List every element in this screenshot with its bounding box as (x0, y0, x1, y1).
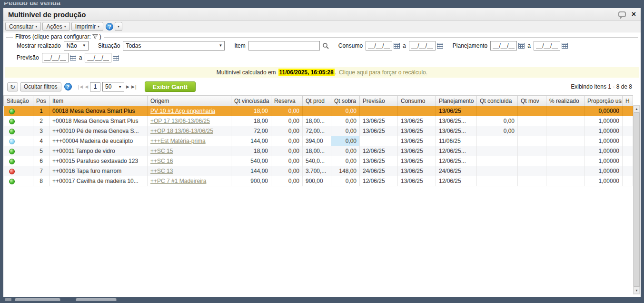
cell-status[interactable] (4, 126, 33, 136)
calendar-icon[interactable] (518, 42, 525, 49)
cell-qt_vinc[interactable]: 144,00 (231, 136, 271, 146)
cell-h[interactable] (623, 126, 633, 136)
table-row[interactable]: 4+++00004 Madeira de eucalipto+++Est Mat… (4, 136, 633, 146)
cell-qt_sobra[interactable]: 0,00 (331, 116, 360, 126)
cell-previsao[interactable]: 13/06/25 (360, 126, 398, 136)
cell-realizado[interactable] (546, 116, 585, 126)
cell-proporcao[interactable]: 1,00000 (585, 136, 623, 146)
table-row[interactable]: 8++00017 Cavilha de madeira 10...++PC 7 … (4, 176, 633, 186)
cell-qt_vinc[interactable]: 144,00 (231, 166, 271, 176)
col-header-qt_vinc[interactable]: Qt vinc/usada (231, 96, 271, 106)
cell-qt_prod[interactable]: 900,00 (303, 176, 331, 186)
col-header-origem[interactable]: Origem (148, 96, 231, 106)
cell-qt_mov[interactable] (518, 106, 546, 116)
cell-pos[interactable]: 3 (33, 126, 50, 136)
cell-item[interactable]: ++00010 Pé de mesa Genova S... (50, 126, 148, 136)
cell-qt_prod[interactable]: 394,00 (303, 136, 331, 146)
cell-qt_mov[interactable] (518, 126, 546, 136)
cell-qt_mov[interactable] (518, 166, 546, 176)
cell-qt_concluida[interactable] (477, 146, 518, 156)
cell-qt_concluida[interactable] (477, 166, 518, 176)
cell-planejamento[interactable]: 12/06/25... (436, 146, 477, 156)
cell-consumo[interactable]: 13/06/25 (398, 126, 436, 136)
ocultar-filtros-button[interactable]: Ocultar filtros (20, 82, 61, 91)
cell-qt_sobra[interactable]: 0,00 (331, 106, 360, 116)
table-row[interactable]: 7++00016 Tapa furo marrom++SC 13144,000,… (4, 166, 633, 176)
scroll-down-icon[interactable]: ▼ (634, 287, 640, 294)
filters-legend[interactable]: Filtros (clique para configurar: ) (13, 33, 104, 40)
scrollbar-thumb[interactable] (634, 112, 640, 287)
cell-planejamento[interactable]: 12/06/25... (436, 156, 477, 166)
origem-link[interactable]: +OP 17 13/06-13/06/25 (150, 118, 210, 124)
cell-qt_sobra[interactable]: 0,00 (331, 176, 360, 186)
cell-qt_sobra[interactable]: 0,00 (331, 156, 360, 166)
cell-consumo[interactable]: 13/06/25 (398, 136, 436, 146)
cell-qt_concluida[interactable] (477, 176, 518, 186)
cell-previsao[interactable]: 12/06/25 (360, 146, 398, 156)
cell-qt_sobra[interactable]: 0,00 (331, 136, 360, 146)
cell-previsao[interactable] (360, 136, 398, 146)
cell-h[interactable] (623, 106, 633, 116)
cell-pos[interactable]: 7 (33, 166, 50, 176)
cell-qt_mov[interactable] (518, 176, 546, 186)
table-row[interactable]: 2+00018 Mesa Genova Smart Plus+OP 17 13/… (4, 116, 633, 126)
cell-planejamento[interactable]: 24/06/25 (436, 166, 477, 176)
col-header-qt_concluida[interactable]: Qt concluída (477, 96, 518, 106)
scroll-up-icon[interactable]: ▲ (634, 105, 640, 112)
col-header-planejamento[interactable]: Planejamento (436, 96, 477, 106)
cell-qt_mov[interactable] (518, 136, 546, 146)
cell-pos[interactable]: 5 (33, 146, 50, 156)
cell-planejamento[interactable]: 12/06/25 (436, 176, 477, 186)
vertical-scrollbar[interactable]: ▲ ▼ (633, 105, 640, 294)
cell-proporcao[interactable]: 1,00000 (585, 176, 623, 186)
calendar-icon[interactable] (394, 42, 400, 49)
origem-link[interactable]: ++SC 16 (150, 158, 173, 164)
cell-reserva[interactable]: 0,00 (271, 116, 303, 126)
cell-qt_prod[interactable]: 540,0... (303, 156, 331, 166)
cell-proporcao[interactable]: 1,00000 (585, 116, 623, 126)
cell-qt_vinc[interactable]: 18,00 (231, 116, 271, 126)
cell-proporcao[interactable]: 1,00000 (585, 126, 623, 136)
acoes-button[interactable]: Ações ▾ (42, 22, 69, 31)
planejamento-to-input[interactable] (534, 41, 560, 50)
cell-planejamento[interactable]: 13/06/25 (436, 106, 477, 116)
origem-link[interactable]: ++OP 18 13/06-13/06/25 (150, 128, 213, 134)
cell-item[interactable]: +00018 Mesa Genova Smart Plus (50, 116, 148, 126)
cell-consumo[interactable]: 13/06/25 (398, 156, 436, 166)
origem-link[interactable]: PV 10 #1 Aço engenharia (150, 108, 215, 114)
cell-qt_prod[interactable]: 18,00... (303, 116, 331, 126)
page-size-select[interactable]: 50 ▼ (102, 82, 124, 91)
imprimir-button[interactable]: Imprimir ▾ (71, 22, 103, 31)
cell-consumo[interactable]: 13/06/25 (398, 146, 436, 156)
col-header-previsao[interactable]: Previsão (360, 96, 398, 106)
cell-item[interactable]: ++00015 Parafuso sextavado 123 (50, 156, 148, 166)
origem-link[interactable]: +++Est Matéria-prima (150, 138, 206, 144)
cell-status[interactable] (4, 136, 33, 146)
exibir-gantt-button[interactable]: Exibir Gantt (145, 81, 196, 92)
cell-consumo[interactable]: 13/06/25 (398, 166, 436, 176)
cell-previsao[interactable] (360, 106, 398, 116)
cell-status[interactable] (4, 146, 33, 156)
cell-realizado[interactable] (546, 136, 585, 146)
cell-qt_concluida[interactable] (477, 136, 518, 146)
cell-item[interactable]: 00018 Mesa Genova Smart Plus (50, 106, 148, 116)
comment-icon[interactable] (618, 11, 626, 17)
previsao-from-input[interactable] (42, 53, 69, 62)
col-header-proporcao[interactable]: Proporção usa (585, 96, 623, 106)
page-number-input[interactable] (90, 82, 100, 91)
col-header-consumo[interactable]: Consumo (398, 96, 436, 106)
cell-qt_vinc[interactable]: 18,00 (231, 106, 271, 116)
origem-link[interactable]: ++SC 15 (150, 148, 173, 154)
cell-status[interactable] (4, 116, 33, 126)
cell-consumo[interactable]: 13/06/25 (398, 116, 436, 126)
first-page-icon[interactable]: |◀ (78, 84, 83, 90)
cell-qt_prod[interactable] (303, 106, 331, 116)
cell-qt_concluida[interactable] (477, 106, 518, 116)
cell-previsao[interactable]: 13/06/25 (360, 156, 398, 166)
cell-pos[interactable]: 6 (33, 156, 50, 166)
item-input[interactable] (248, 41, 320, 50)
cell-qt_sobra[interactable]: 0,00 (331, 126, 360, 136)
cell-qt_concluida[interactable] (477, 156, 518, 166)
table-row[interactable]: 3++00010 Pé de mesa Genova S...++OP 18 1… (4, 126, 633, 136)
mostrar-realizado-select[interactable]: Não ▼ (64, 41, 89, 50)
